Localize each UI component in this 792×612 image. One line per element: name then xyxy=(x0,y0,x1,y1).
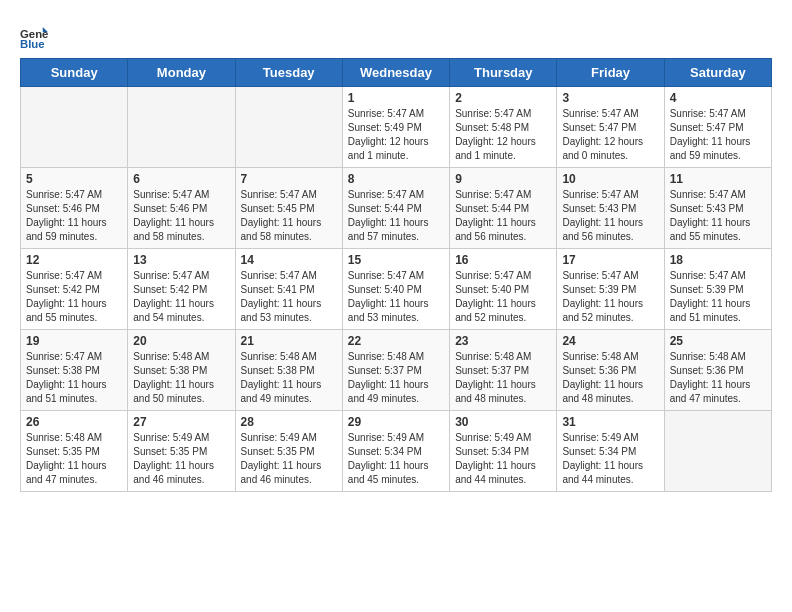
logo-icon: General Blue xyxy=(20,20,48,48)
day-cell: 3Sunrise: 5:47 AM Sunset: 5:47 PM Daylig… xyxy=(557,87,664,168)
day-number: 23 xyxy=(455,334,551,348)
day-cell: 23Sunrise: 5:48 AM Sunset: 5:37 PM Dayli… xyxy=(450,330,557,411)
day-info: Sunrise: 5:47 AM Sunset: 5:44 PM Dayligh… xyxy=(348,188,444,244)
day-cell: 10Sunrise: 5:47 AM Sunset: 5:43 PM Dayli… xyxy=(557,168,664,249)
day-number: 17 xyxy=(562,253,658,267)
day-info: Sunrise: 5:48 AM Sunset: 5:38 PM Dayligh… xyxy=(133,350,229,406)
day-info: Sunrise: 5:48 AM Sunset: 5:38 PM Dayligh… xyxy=(241,350,337,406)
day-number: 7 xyxy=(241,172,337,186)
day-cell: 6Sunrise: 5:47 AM Sunset: 5:46 PM Daylig… xyxy=(128,168,235,249)
day-cell: 22Sunrise: 5:48 AM Sunset: 5:37 PM Dayli… xyxy=(342,330,449,411)
day-header-sunday: Sunday xyxy=(21,59,128,87)
day-number: 29 xyxy=(348,415,444,429)
day-cell: 31Sunrise: 5:49 AM Sunset: 5:34 PM Dayli… xyxy=(557,411,664,492)
day-number: 19 xyxy=(26,334,122,348)
day-number: 15 xyxy=(348,253,444,267)
day-number: 12 xyxy=(26,253,122,267)
day-info: Sunrise: 5:49 AM Sunset: 5:34 PM Dayligh… xyxy=(348,431,444,487)
day-info: Sunrise: 5:48 AM Sunset: 5:36 PM Dayligh… xyxy=(670,350,766,406)
day-info: Sunrise: 5:47 AM Sunset: 5:43 PM Dayligh… xyxy=(670,188,766,244)
day-number: 27 xyxy=(133,415,229,429)
day-number: 24 xyxy=(562,334,658,348)
day-info: Sunrise: 5:47 AM Sunset: 5:48 PM Dayligh… xyxy=(455,107,551,163)
day-header-friday: Friday xyxy=(557,59,664,87)
day-info: Sunrise: 5:47 AM Sunset: 5:39 PM Dayligh… xyxy=(670,269,766,325)
day-info: Sunrise: 5:47 AM Sunset: 5:41 PM Dayligh… xyxy=(241,269,337,325)
day-cell: 24Sunrise: 5:48 AM Sunset: 5:36 PM Dayli… xyxy=(557,330,664,411)
day-cell xyxy=(128,87,235,168)
day-cell: 29Sunrise: 5:49 AM Sunset: 5:34 PM Dayli… xyxy=(342,411,449,492)
day-cell: 27Sunrise: 5:49 AM Sunset: 5:35 PM Dayli… xyxy=(128,411,235,492)
day-info: Sunrise: 5:47 AM Sunset: 5:40 PM Dayligh… xyxy=(455,269,551,325)
day-number: 3 xyxy=(562,91,658,105)
day-header-wednesday: Wednesday xyxy=(342,59,449,87)
day-cell xyxy=(21,87,128,168)
day-cell: 2Sunrise: 5:47 AM Sunset: 5:48 PM Daylig… xyxy=(450,87,557,168)
day-info: Sunrise: 5:47 AM Sunset: 5:42 PM Dayligh… xyxy=(133,269,229,325)
day-info: Sunrise: 5:47 AM Sunset: 5:46 PM Dayligh… xyxy=(133,188,229,244)
day-info: Sunrise: 5:49 AM Sunset: 5:34 PM Dayligh… xyxy=(455,431,551,487)
week-row-3: 12Sunrise: 5:47 AM Sunset: 5:42 PM Dayli… xyxy=(21,249,772,330)
day-info: Sunrise: 5:49 AM Sunset: 5:35 PM Dayligh… xyxy=(241,431,337,487)
svg-text:Blue: Blue xyxy=(20,38,45,48)
day-header-tuesday: Tuesday xyxy=(235,59,342,87)
day-cell: 21Sunrise: 5:48 AM Sunset: 5:38 PM Dayli… xyxy=(235,330,342,411)
day-info: Sunrise: 5:47 AM Sunset: 5:42 PM Dayligh… xyxy=(26,269,122,325)
day-info: Sunrise: 5:47 AM Sunset: 5:45 PM Dayligh… xyxy=(241,188,337,244)
day-cell: 5Sunrise: 5:47 AM Sunset: 5:46 PM Daylig… xyxy=(21,168,128,249)
day-number: 8 xyxy=(348,172,444,186)
day-number: 11 xyxy=(670,172,766,186)
day-header-saturday: Saturday xyxy=(664,59,771,87)
day-number: 5 xyxy=(26,172,122,186)
day-cell: 7Sunrise: 5:47 AM Sunset: 5:45 PM Daylig… xyxy=(235,168,342,249)
day-number: 6 xyxy=(133,172,229,186)
day-info: Sunrise: 5:47 AM Sunset: 5:47 PM Dayligh… xyxy=(670,107,766,163)
day-info: Sunrise: 5:47 AM Sunset: 5:44 PM Dayligh… xyxy=(455,188,551,244)
day-cell: 8Sunrise: 5:47 AM Sunset: 5:44 PM Daylig… xyxy=(342,168,449,249)
day-info: Sunrise: 5:48 AM Sunset: 5:36 PM Dayligh… xyxy=(562,350,658,406)
day-number: 2 xyxy=(455,91,551,105)
day-number: 16 xyxy=(455,253,551,267)
day-cell: 9Sunrise: 5:47 AM Sunset: 5:44 PM Daylig… xyxy=(450,168,557,249)
day-cell: 1Sunrise: 5:47 AM Sunset: 5:49 PM Daylig… xyxy=(342,87,449,168)
day-cell: 4Sunrise: 5:47 AM Sunset: 5:47 PM Daylig… xyxy=(664,87,771,168)
day-cell: 25Sunrise: 5:48 AM Sunset: 5:36 PM Dayli… xyxy=(664,330,771,411)
day-number: 21 xyxy=(241,334,337,348)
day-number: 30 xyxy=(455,415,551,429)
day-cell: 15Sunrise: 5:47 AM Sunset: 5:40 PM Dayli… xyxy=(342,249,449,330)
day-cell: 20Sunrise: 5:48 AM Sunset: 5:38 PM Dayli… xyxy=(128,330,235,411)
day-cell xyxy=(664,411,771,492)
week-row-2: 5Sunrise: 5:47 AM Sunset: 5:46 PM Daylig… xyxy=(21,168,772,249)
day-info: Sunrise: 5:47 AM Sunset: 5:43 PM Dayligh… xyxy=(562,188,658,244)
week-row-1: 1Sunrise: 5:47 AM Sunset: 5:49 PM Daylig… xyxy=(21,87,772,168)
day-number: 20 xyxy=(133,334,229,348)
day-info: Sunrise: 5:47 AM Sunset: 5:46 PM Dayligh… xyxy=(26,188,122,244)
day-cell xyxy=(235,87,342,168)
day-info: Sunrise: 5:47 AM Sunset: 5:47 PM Dayligh… xyxy=(562,107,658,163)
day-cell: 26Sunrise: 5:48 AM Sunset: 5:35 PM Dayli… xyxy=(21,411,128,492)
day-info: Sunrise: 5:48 AM Sunset: 5:37 PM Dayligh… xyxy=(348,350,444,406)
day-cell: 13Sunrise: 5:47 AM Sunset: 5:42 PM Dayli… xyxy=(128,249,235,330)
day-cell: 30Sunrise: 5:49 AM Sunset: 5:34 PM Dayli… xyxy=(450,411,557,492)
day-header-monday: Monday xyxy=(128,59,235,87)
day-header-thursday: Thursday xyxy=(450,59,557,87)
week-row-4: 19Sunrise: 5:47 AM Sunset: 5:38 PM Dayli… xyxy=(21,330,772,411)
day-cell: 19Sunrise: 5:47 AM Sunset: 5:38 PM Dayli… xyxy=(21,330,128,411)
day-number: 10 xyxy=(562,172,658,186)
day-info: Sunrise: 5:48 AM Sunset: 5:37 PM Dayligh… xyxy=(455,350,551,406)
day-info: Sunrise: 5:49 AM Sunset: 5:35 PM Dayligh… xyxy=(133,431,229,487)
day-number: 9 xyxy=(455,172,551,186)
header: General Blue xyxy=(20,20,772,48)
day-info: Sunrise: 5:47 AM Sunset: 5:39 PM Dayligh… xyxy=(562,269,658,325)
day-cell: 12Sunrise: 5:47 AM Sunset: 5:42 PM Dayli… xyxy=(21,249,128,330)
day-cell: 18Sunrise: 5:47 AM Sunset: 5:39 PM Dayli… xyxy=(664,249,771,330)
day-cell: 14Sunrise: 5:47 AM Sunset: 5:41 PM Dayli… xyxy=(235,249,342,330)
logo: General Blue xyxy=(20,20,52,48)
calendar: SundayMondayTuesdayWednesdayThursdayFrid… xyxy=(20,58,772,492)
day-number: 28 xyxy=(241,415,337,429)
day-number: 4 xyxy=(670,91,766,105)
day-info: Sunrise: 5:47 AM Sunset: 5:49 PM Dayligh… xyxy=(348,107,444,163)
day-number: 31 xyxy=(562,415,658,429)
day-number: 26 xyxy=(26,415,122,429)
week-row-5: 26Sunrise: 5:48 AM Sunset: 5:35 PM Dayli… xyxy=(21,411,772,492)
